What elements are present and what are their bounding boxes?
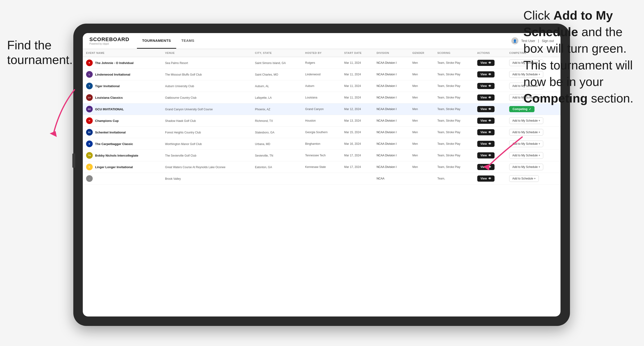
cell-start-date: Mar 13, 2024 (341, 115, 373, 127)
hosted-by-text: Rutgers (305, 61, 315, 64)
add-schedule-button[interactable]: Add to My Schedule + (509, 141, 543, 147)
add-schedule-label: Add to My Schedule + (512, 165, 540, 169)
cell-event-name: B The Carpetbagger Classic (83, 138, 162, 150)
cell-competing: Add to My Schedule + (506, 115, 560, 127)
view-button[interactable]: View 👁 (477, 175, 494, 182)
table-row: GC GCU INVITATIONAL Grand Canyon Univers… (83, 103, 560, 115)
gender-text: Men (412, 165, 418, 169)
cell-start-date: Mar 17, 2024 (341, 161, 373, 173)
venue-text: Auburn University Club (165, 85, 194, 88)
col-actions: ACTIONS (474, 49, 506, 57)
cell-scoring: Team, Stroke Play (434, 115, 474, 127)
view-button[interactable]: View 👁 (477, 94, 494, 101)
eye-icon: 👁 (488, 177, 491, 180)
cell-venue: Great Waters Course At Reynolds Lake Oco… (162, 161, 252, 173)
gender-text: Men (412, 142, 418, 146)
gender-text: Men (412, 107, 418, 111)
view-label: View (480, 119, 487, 122)
table-header-row: EVENT NAME VENUE CITY, STATE HOSTED BY S… (83, 49, 560, 57)
city-text: Saint Simons Island, GA (255, 61, 286, 65)
view-label: View (480, 61, 487, 64)
cell-gender: Men (409, 127, 434, 138)
hosted-by-text: Houston (305, 119, 316, 122)
add-schedule-button[interactable]: Add to My Schedule + (509, 117, 543, 124)
cell-venue: Oakbourne Country Club (162, 92, 252, 103)
cell-event-name: GC GCU INVITATIONAL (83, 103, 162, 115)
division-text: NCAA Division I (376, 107, 396, 111)
cell-scoring: Team, Stroke Play (434, 57, 474, 69)
city-text: Sevierville, TN (255, 154, 273, 157)
scoring-text: Team, Stroke Play (437, 107, 460, 111)
nav-tabs: TOURNAMENTS TEAMS (137, 33, 200, 49)
cell-gender: Men (409, 69, 434, 80)
cell-gender: Men (409, 103, 434, 115)
start-date-text: Mar 13, 2024 (344, 119, 361, 122)
view-button[interactable]: View 👁 (477, 106, 494, 112)
scoring-text: Team, Stroke Play (437, 154, 460, 157)
eye-icon: 👁 (488, 131, 491, 134)
city-text: Urbana, MD (255, 142, 270, 146)
add-schedule-button[interactable]: Add to My Schedule + (509, 152, 543, 159)
cell-event-name: T Tiger Invitational (83, 80, 162, 92)
gender-text: Men (412, 96, 418, 99)
event-name-text: Louisiana Classics (95, 96, 123, 99)
col-event-name: EVENT NAME (83, 49, 162, 57)
cell-start-date: Mar 11, 2024 (341, 92, 373, 103)
start-date-text: Mar 11, 2024 (344, 84, 361, 88)
cell-event-name: TN Bobby Nichols Intercollegiate (83, 150, 162, 161)
view-label: View (480, 131, 487, 134)
city-text: Eatonton, GA (255, 166, 272, 169)
cell-event-name: SC Schenkel Invitational (83, 127, 162, 138)
tab-tournaments[interactable]: TOURNAMENTS (137, 33, 176, 49)
cell-competing: Add to My Schedule + (506, 127, 560, 138)
cell-actions: View 👁 (474, 173, 506, 184)
cell-hosted-by: Binghamton (302, 138, 341, 150)
hosted-by-text: Lindenwood (305, 73, 320, 76)
tab-teams[interactable]: TEAMS (176, 33, 200, 49)
gender-text: Men (412, 61, 418, 64)
table-container: EVENT NAME VENUE CITY, STATE HOSTED BY S… (83, 49, 560, 317)
view-button[interactable]: View 👁 (477, 141, 494, 147)
eye-icon: 👁 (488, 154, 491, 157)
cell-division: NCAA Division I (373, 80, 409, 92)
hosted-by-text: Louisiana (305, 96, 317, 99)
start-date-text: Mar 16, 2024 (344, 142, 361, 146)
cell-gender: Men (409, 138, 434, 150)
view-button[interactable]: View 👁 (477, 71, 494, 77)
hosted-by-text: Binghamton (305, 142, 320, 146)
view-button[interactable]: View 👁 (477, 152, 494, 159)
venue-text: Shadow Hawk Golf Club (165, 119, 196, 123)
eye-icon: 👁 (488, 84, 491, 88)
cell-gender: Men (409, 161, 434, 173)
view-button[interactable]: View 👁 (477, 164, 494, 170)
view-button[interactable]: View 👁 (477, 118, 494, 124)
division-text: NCAA Division I (376, 154, 396, 157)
table-row: SC Schenkel Invitational Forest Heights … (83, 127, 560, 138)
cell-hosted-by: Louisiana (302, 92, 341, 103)
cell-division: NCAA Division I (373, 161, 409, 173)
division-text: NCAA Division I (376, 165, 396, 169)
cell-city-state: Eatonton, GA (252, 161, 302, 173)
view-button[interactable]: View 👁 (477, 60, 494, 66)
view-button[interactable]: View 👁 (477, 83, 494, 89)
competing-button[interactable]: Competing ✓ (509, 106, 534, 112)
add-schedule-button[interactable]: Add to Schedule + (509, 175, 538, 182)
svg-marker-0 (50, 131, 57, 137)
view-button[interactable]: View 👁 (477, 129, 494, 135)
division-text: NCAA Division I (376, 61, 396, 64)
cell-scoring: Team, Stroke Play (434, 161, 474, 173)
cell-hosted-by: Auburn (302, 80, 341, 92)
cell-gender: Men (409, 150, 434, 161)
cell-competing: Add to My Schedule + (506, 161, 560, 173)
add-schedule-button[interactable]: Add to My Schedule + (509, 129, 543, 136)
cell-gender: Men (409, 80, 434, 92)
cell-venue: Forest Heights Country Club (162, 127, 252, 138)
add-schedule-button[interactable]: Add to My Schedule + (509, 164, 543, 170)
eye-icon: 👁 (488, 165, 491, 169)
cell-start-date: Mar 11, 2024 (341, 57, 373, 69)
start-date-text: Mar 17, 2024 (344, 154, 361, 157)
cell-event-name: K Linger Longer Invitational (83, 161, 162, 173)
cell-gender: Men (409, 115, 434, 127)
add-schedule-label: Add to My Schedule + (512, 119, 540, 122)
tournaments-table: EVENT NAME VENUE CITY, STATE HOSTED BY S… (83, 49, 560, 184)
